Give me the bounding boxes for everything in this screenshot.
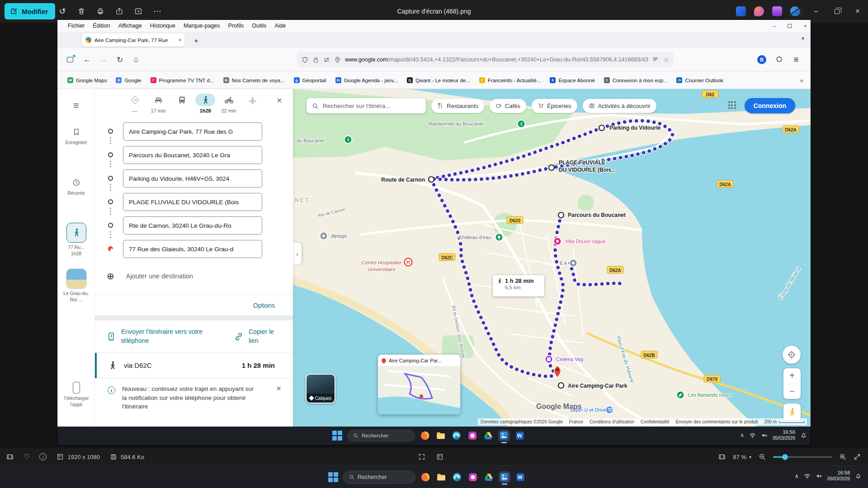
thumbnails-icon[interactable] [718, 453, 726, 460]
close-button[interactable]: × [847, 0, 868, 23]
bookmarks-overflow-icon[interactable]: » [800, 77, 803, 84]
menu-item[interactable]: Aide [270, 21, 290, 30]
route-stop-marker[interactable] [599, 125, 604, 131]
word-app-icon[interactable] [514, 430, 526, 441]
dismiss-notification-icon[interactable]: × [276, 384, 281, 394]
lock-icon[interactable] [312, 56, 319, 63]
firefox-app-icon[interactable] [420, 471, 431, 483]
waypoint-input[interactable]: Parcours du Boucanet, 30240 Le Gra [123, 146, 262, 164]
attribution-link[interactable]: Conditions d'utilisation [590, 419, 634, 424]
route-stop-marker[interactable] [549, 165, 554, 170]
waypoint-input[interactable]: Parking du Vidourle, H46V+G5, 3024 [123, 169, 262, 188]
bookmark-star-icon[interactable]: ☆ [663, 56, 669, 63]
notifications-icon[interactable] [800, 432, 807, 439]
location-permission-icon[interactable] [334, 56, 341, 63]
copy-link[interactable]: Copier le lien [234, 320, 280, 353]
wifi-icon[interactable] [804, 473, 811, 479]
category-chip[interactable]: Restaurants [431, 99, 484, 113]
rail-recents[interactable]: Récents [57, 178, 95, 196]
delete-icon[interactable] [77, 7, 86, 16]
travel-mode[interactable] [170, 94, 193, 114]
category-chip[interactable]: Cafés [490, 99, 526, 113]
share-icon[interactable] [115, 7, 124, 16]
my-location-button[interactable] [783, 346, 801, 364]
firefox-app-icon[interactable] [419, 430, 431, 441]
travel-mode[interactable] [241, 94, 264, 114]
edge-app-icon[interactable] [451, 471, 463, 483]
menu-item[interactable]: Profils [224, 21, 248, 30]
start-button[interactable] [327, 471, 339, 483]
favorite-icon[interactable]: ♡ [24, 453, 29, 461]
travel-mode[interactable]: 1h28 [193, 94, 217, 114]
tracking-shield-icon[interactable] [302, 56, 308, 63]
taskbar-search[interactable]: Rechercher [343, 470, 415, 484]
url-text[interactable]: www.google.com/maps/dir/43.5424,+4.1322/… [345, 56, 648, 63]
menu-item[interactable]: Marque-pages [179, 21, 224, 30]
google-apps-icon[interactable] [728, 101, 737, 110]
back-icon[interactable]: ← [81, 53, 94, 66]
drive-app-icon[interactable] [483, 471, 495, 483]
layers-button[interactable]: Calques [306, 374, 335, 404]
new-tab-button[interactable]: + [191, 35, 201, 45]
bookmark-item[interactable]: 7 Programme TV TNT d... [147, 75, 218, 85]
waypoint-input[interactable]: Aire Camping-Car Park, 77 Rue des G [123, 122, 262, 141]
sign-in-button[interactable]: Connexion [745, 98, 795, 113]
clipchamp-app-icon[interactable] [772, 6, 782, 16]
attribution-link[interactable]: Envoyer des commentaires sur le produit [675, 419, 758, 424]
route-stop-marker[interactable] [429, 177, 434, 182]
menu-item[interactable]: Fichier [64, 21, 89, 30]
menu-item[interactable]: Historique [146, 21, 179, 30]
forward-icon[interactable]: → [97, 53, 110, 66]
category-chip[interactable]: Activités à découvrir [583, 99, 656, 113]
rail-active-route[interactable]: 77 Ru... 1h28 [57, 223, 95, 257]
minimize-button[interactable]: – [806, 0, 826, 23]
url-bar[interactable]: www.google.com/maps/dir/43.5424,+4.1322/… [297, 52, 674, 67]
bookmark-item[interactable]: Q Qwant - Le moteur de... [403, 75, 474, 85]
permissions-icon[interactable] [323, 56, 330, 63]
volume-muted-icon[interactable] [816, 473, 822, 479]
attribution-link[interactable]: France [569, 419, 583, 424]
bookmark-item[interactable]: C Connexion à mon esp... [600, 75, 671, 85]
attribution-link[interactable]: Données cartographiques ©2026 Google [481, 419, 563, 424]
bookmark-item[interactable]: M Google Maps [64, 75, 110, 85]
drive-app-icon[interactable] [482, 430, 494, 441]
designer-app-icon[interactable] [736, 6, 746, 16]
messenger-app-icon[interactable] [467, 471, 479, 483]
home-icon[interactable]: ⌂ [130, 53, 142, 66]
reload-icon[interactable]: ↻ [113, 53, 126, 66]
rail-place-thumbnail[interactable]: Le Grau-du-Roi ... [57, 269, 95, 303]
explorer-app-icon[interactable] [435, 471, 447, 483]
bookmark-item[interactable]: 31 Google Agenda - janv... [332, 75, 401, 85]
cart-poi-icon[interactable] [606, 406, 613, 414]
wifi-icon[interactable] [749, 432, 756, 439]
collapse-panel-button[interactable]: ‹ [293, 243, 302, 264]
bookmark-item[interactable]: N Nos Carnets de voya... [220, 75, 288, 85]
waypoint-input[interactable]: Rte de Carnon, 30240 Le Grau-du-Ro [123, 216, 262, 235]
maps-menu-icon[interactable]: ≡ [57, 100, 95, 112]
travel-mode[interactable]: — [123, 94, 146, 114]
file-info-icon[interactable]: i [39, 453, 47, 460]
tray-chevron-icon[interactable]: ∧ [740, 432, 744, 438]
zoom-in-button[interactable]: + [783, 368, 801, 384]
place-preview-card[interactable]: Aire Camping-Car Par... [378, 355, 460, 414]
menu-item[interactable]: Édition [89, 21, 114, 30]
tab-close-icon[interactable]: × [178, 37, 181, 43]
photos-app-icon[interactable] [498, 430, 510, 441]
ff-restore-button[interactable] [788, 24, 792, 28]
route-stop-marker[interactable] [558, 383, 564, 388]
close-directions-icon[interactable]: × [277, 95, 282, 106]
route-summary[interactable]: via D62C 1 h 28 min [95, 353, 293, 378]
bookmark-item[interactable]: E Espace Abonné [546, 75, 599, 85]
taskbar-clock[interactable]: 16:58 05/03/2026 [827, 470, 850, 482]
options-link[interactable]: Options [253, 302, 275, 309]
zoom-out-button[interactable]: − [783, 384, 801, 399]
notifications-icon[interactable] [855, 473, 862, 479]
fullscreen-icon[interactable] [854, 453, 861, 460]
print-icon[interactable] [96, 7, 105, 16]
reader-list-icon[interactable] [652, 56, 659, 63]
add-destination[interactable]: ⊕ Ajouter une destination [95, 266, 293, 286]
bookmark-item[interactable]: O Courrier Outlook [673, 75, 726, 85]
bookmark-item[interactable]: G Google [112, 75, 145, 85]
category-chip[interactable]: Épiceries [532, 99, 577, 113]
map-canvas[interactable]: H D62D62AD62AD620D62CD62AD62BD979 Randon… [293, 89, 811, 427]
